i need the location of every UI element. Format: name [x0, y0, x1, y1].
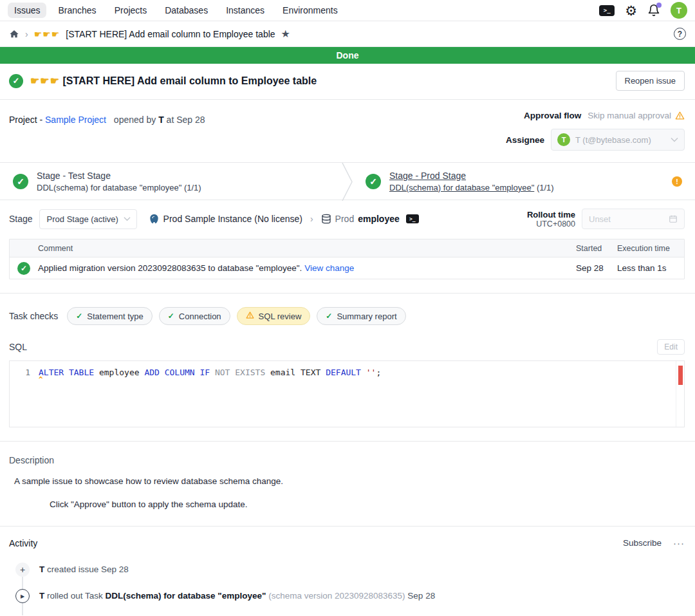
open-sql-editor-icon[interactable]: >_ — [406, 214, 419, 223]
warning-triangle-icon — [675, 111, 685, 120]
stage-title: Stage - Prod Stage — [389, 171, 554, 181]
edit-sql-button[interactable]: Edit — [657, 339, 685, 355]
rollout-time-label: Rollout time — [527, 210, 575, 219]
stage-bar: Stage Prod Stage (active) Prod Sample In… — [0, 200, 695, 238]
stage-arrow-separator — [342, 163, 353, 203]
stage-alert-icon[interactable]: ! — [672, 176, 682, 187]
stage-select[interactable]: Prod Stage (active) — [39, 209, 137, 229]
chevron-down-icon — [124, 216, 131, 221]
bell-icon[interactable] — [647, 4, 660, 17]
sql-editor-icon[interactable]: >_ — [599, 5, 615, 16]
row-success-icon: ✓ — [17, 262, 30, 275]
stage-title: Stage - Test Stage — [37, 171, 201, 181]
timeline-connector — [22, 603, 23, 615]
sql-editor[interactable]: 1 ALTER TABLE employee ADD COLUMN IF NOT… — [9, 360, 685, 427]
stage-count: (1/1) — [181, 183, 201, 192]
activity-header: Activity Subscribe ··· — [9, 537, 685, 548]
sql-token: email — [270, 368, 301, 377]
sql-token: DEFAULT — [326, 368, 366, 377]
gear-icon[interactable]: ⚙ — [625, 4, 637, 17]
nav-item-databases[interactable]: Databases — [158, 3, 214, 18]
stage-card-stage-test-stage[interactable]: ✓Stage - Test StageDDL(schema) for datab… — [0, 163, 348, 200]
nav-item-environments[interactable]: Environments — [276, 3, 344, 18]
nav-item-branches[interactable]: Branches — [51, 3, 102, 18]
task-run-table: Comment Started Execution time ✓Applied … — [9, 239, 685, 279]
project-dash: - — [39, 115, 42, 125]
status-banner: Done — [0, 47, 695, 64]
warning-triangle-icon — [246, 311, 254, 321]
help-icon[interactable]: ? — [674, 28, 686, 40]
task-check-connection[interactable]: ✓Connection — [159, 307, 230, 325]
db-environment: Prod — [335, 214, 355, 224]
editor-scrollbar[interactable] — [676, 361, 684, 427]
stage-task: DDL(schema) for database "employee" — [389, 183, 534, 192]
stage-label: Stage — [9, 214, 33, 224]
activity-segment: T — [39, 565, 44, 574]
stage-strip: ✓Stage - Test StageDDL(schema) for datab… — [0, 162, 695, 200]
task-check-summary-report[interactable]: ✓Summary report — [317, 307, 405, 325]
assignee-avatar: T — [557, 133, 570, 146]
table-row: ✓Applied migration version 2023092808363… — [10, 257, 684, 279]
nav-items: IssuesBranchesProjectsDatabasesInstances… — [8, 3, 344, 18]
chevron-separator: › — [310, 214, 313, 224]
issue-title: ☛☛☛ [START HERE] Add email column to Emp… — [30, 75, 317, 87]
task-check-statement-type[interactable]: ✓Statement type — [67, 307, 153, 325]
task-check-label: Statement type — [87, 312, 143, 321]
comment-text: Applied migration version 20230928083635… — [38, 263, 304, 273]
user-avatar[interactable]: T — [671, 2, 687, 19]
activity-segment: rolled out Task — [44, 591, 105, 601]
activity-text: T rolled out Task DDL(schema) for databa… — [39, 589, 435, 601]
assignee-select[interactable]: T T (t@bytebase.com) — [551, 129, 685, 151]
reopen-issue-button[interactable]: Reopen issue — [616, 71, 685, 91]
sql-line-1: 1 ALTER TABLE employee ADD COLUMN IF NOT… — [10, 368, 684, 377]
timeline-connector — [22, 577, 23, 589]
subscribe-button[interactable]: Subscribe — [623, 538, 662, 548]
breadcrumb-title[interactable]: [START HERE] Add email column to Employe… — [66, 29, 275, 39]
sql-header: SQL Edit — [0, 330, 695, 355]
rollout-time: Rollout time UTC+0800 Unset — [527, 209, 685, 229]
plus-icon: + — [15, 563, 30, 577]
nav-item-instances[interactable]: Instances — [219, 3, 271, 18]
project-link[interactable]: Sample Project — [45, 115, 106, 125]
task-check-label: Connection — [179, 312, 221, 321]
check-icon: ✓ — [168, 312, 174, 321]
more-actions-icon[interactable]: ··· — [673, 537, 685, 548]
database-icon — [321, 214, 331, 224]
meta-right: Approval flow Skip manual approval Assig… — [506, 111, 685, 162]
stage-done-icon: ✓ — [13, 174, 28, 189]
home-icon[interactable] — [9, 29, 19, 39]
star-icon[interactable]: ★ — [281, 28, 290, 40]
rollout-time-input[interactable]: Unset — [582, 209, 685, 229]
activity-timeline: +T created issue Sep 28▶T rolled out Tas… — [15, 563, 685, 616]
row-execution-time: Less than 1s — [617, 263, 684, 273]
header-comment: Comment — [38, 244, 576, 253]
activity-item: +T created issue Sep 28 — [15, 563, 685, 589]
stage-done-icon: ✓ — [366, 174, 381, 189]
rollout-timezone: UTC+0800 — [536, 219, 575, 229]
rollout-labels: Rollout time UTC+0800 — [527, 210, 575, 229]
view-change-link[interactable]: View change — [304, 263, 354, 273]
check-icon: ✓ — [76, 312, 82, 321]
db-name[interactable]: employee — [358, 214, 400, 224]
stage-card-stage-prod-stage[interactable]: ✓Stage - Prod StageDDL(schema) for datab… — [348, 163, 695, 200]
breadcrumb: › ☛☛☛ [START HERE] Add email column to E… — [0, 21, 695, 47]
task-check-sql-review[interactable]: SQL review — [237, 307, 311, 325]
header-started: Started — [576, 244, 617, 253]
project-label: Project — [9, 115, 37, 125]
description-section: Description A sample issue to showcase h… — [0, 442, 695, 526]
sql-label: SQL — [9, 342, 27, 352]
instance-name[interactable]: Prod Sample Instance (No license) — [163, 214, 302, 224]
description-label: Description — [9, 455, 686, 465]
approval-flow-value: Skip manual approval — [588, 111, 685, 120]
approval-flow-row: Approval flow Skip manual approval — [524, 111, 685, 120]
nav-item-projects[interactable]: Projects — [108, 3, 154, 18]
approval-flow-text: Skip manual approval — [588, 111, 671, 120]
table-body: ✓Applied migration version 2023092808363… — [10, 257, 684, 279]
sql-token: ALTER TABLE — [39, 368, 99, 377]
assignee-row: Assignee T T (t@bytebase.com) — [506, 129, 685, 151]
pointing-hands-icon: ☛☛☛ — [34, 29, 60, 39]
top-nav: IssuesBranchesProjectsDatabasesInstances… — [0, 0, 695, 21]
nav-item-issues[interactable]: Issues — [8, 3, 46, 18]
instance-info: Prod Sample Instance (No license) — [149, 214, 302, 225]
activity-icon-col: + — [15, 563, 30, 589]
